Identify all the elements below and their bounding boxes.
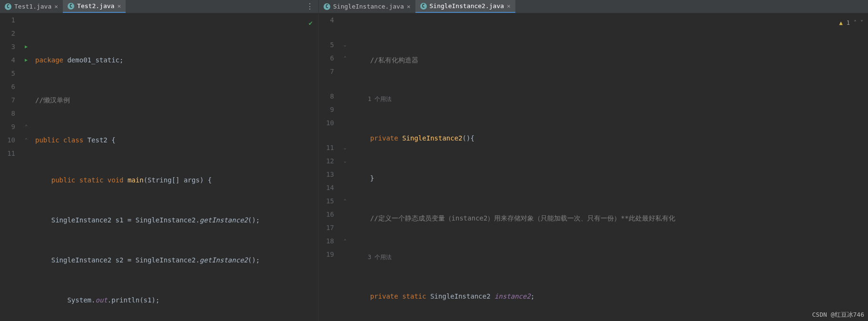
chevron-up-icon[interactable]: ˄ (854, 16, 857, 30)
editor-body-left[interactable]: 1234567891011 ▶ ▶ ⌃ ⌃ ✔ package demo01_s… (0, 13, 318, 321)
tab-label: SingleInstance2.java (430, 2, 504, 10)
warning-icon: ▲ (839, 16, 843, 30)
scrollbar[interactable] (862, 13, 868, 321)
tab-label: Test2.java (77, 2, 114, 10)
tab-label: SingleInstance.java (333, 3, 404, 10)
watermark: CSDN @红豆冰746 (812, 311, 864, 319)
fold-icon[interactable]: ⌄ (338, 141, 352, 154)
right-editor-pane: C SingleInstance.java × C SingleInstance… (319, 0, 868, 321)
tab-label: Test1.java (14, 3, 51, 10)
fold-icon[interactable]: ⌄ (338, 38, 352, 51)
fold-icon[interactable]: ⌄ (338, 154, 352, 168)
left-editor-pane: C Test1.java × C Test2.java × ⋮ 12345678… (0, 0, 319, 321)
tab-test1[interactable]: C Test1.java × (0, 0, 63, 13)
close-icon[interactable]: × (54, 3, 58, 10)
warning-count: 1 (847, 16, 850, 30)
fold-icon[interactable]: ⌃ (19, 133, 33, 147)
tab-singleinstance2[interactable]: C SingleInstance2.java × (415, 0, 515, 13)
close-icon[interactable]: × (407, 3, 411, 10)
tab-singleinstance[interactable]: C SingleInstance.java × (319, 0, 415, 13)
tab-test2[interactable]: C Test2.java × (63, 0, 126, 13)
close-icon[interactable]: × (507, 2, 511, 10)
inspection-widget[interactable]: ▲ 1 ˄ ˅ (839, 16, 863, 30)
usage-hint[interactable]: 1 个用法 (352, 93, 868, 105)
check-icon: ✔ (309, 16, 313, 30)
fold-icon[interactable]: ⌃ (338, 194, 352, 208)
code-area-right[interactable]: ▲ 1 ˄ ˅ //私有化构造器 1 个用法 private SingleIns… (352, 13, 868, 321)
tabs-left: C Test1.java × C Test2.java × ⋮ (0, 0, 318, 13)
run-icon[interactable]: ▶ (25, 40, 28, 53)
line-gutter: 4 567 8910 111213141516171819 (319, 13, 338, 321)
fold-icon[interactable]: ⌃ (338, 51, 352, 65)
java-class-icon: C (68, 3, 74, 10)
fold-gutter: ⌄ ⌃ ⌄ ⌄ ⌃ ⌃ (338, 13, 352, 321)
close-icon[interactable]: × (117, 2, 121, 10)
tabs-right: C SingleInstance.java × C SingleInstance… (319, 0, 868, 13)
java-class-icon: C (5, 3, 11, 10)
code-area-left[interactable]: ✔ package demo01_static; //懒汉单例 public c… (33, 13, 318, 321)
run-icon[interactable]: ▶ (25, 53, 28, 67)
usage-hint[interactable]: 3 个用法 (352, 251, 868, 263)
fold-icon[interactable]: ⌃ (338, 234, 352, 248)
editor-body-right[interactable]: 4 567 8910 111213141516171819 ⌄ ⌃ ⌄ ⌄ ⌃ … (319, 13, 868, 321)
java-class-icon: C (420, 3, 427, 10)
more-icon[interactable]: ⋮ (301, 2, 318, 11)
fold-icon[interactable]: ⌃ (19, 120, 33, 133)
run-gutter: ▶ ▶ ⌃ ⌃ (19, 13, 33, 321)
java-class-icon: C (324, 3, 330, 10)
line-gutter: 1234567891011 (0, 13, 19, 321)
